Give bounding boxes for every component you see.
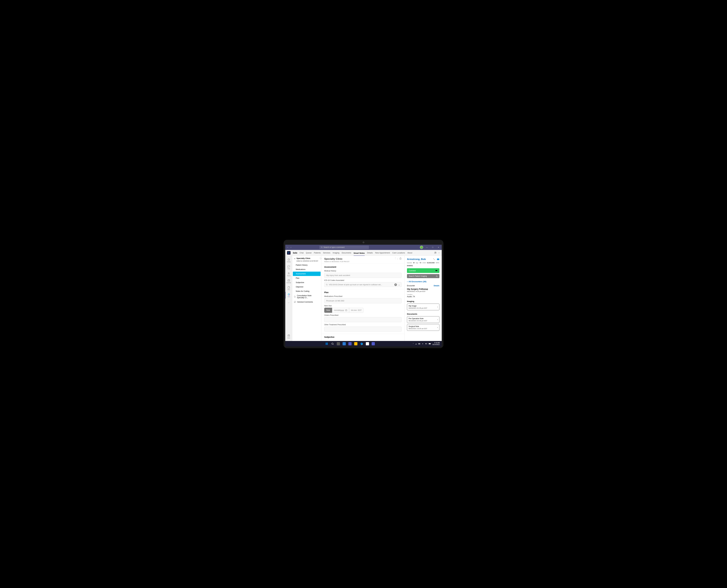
tab-smart-notes[interactable]: Smart Notes <box>354 251 365 256</box>
edge-icon[interactable] <box>360 342 363 345</box>
divider: | <box>398 257 398 260</box>
sidebar-item-patient-history[interactable]: Patient History <box>292 263 321 267</box>
phone-icon[interactable] <box>433 258 435 260</box>
taskbar-search-icon[interactable] <box>331 342 334 345</box>
location-value: Austin, TX <box>407 296 440 298</box>
nav-forward-icon[interactable]: › <box>290 246 292 249</box>
sidebar-item-subjective[interactable]: Subjective <box>292 280 321 285</box>
tab-details[interactable]: Details <box>367 251 373 254</box>
tab-queue[interactable]: Queue <box>306 251 312 254</box>
maximize-button[interactable]: ☐ <box>431 245 435 249</box>
visit-now-button[interactable]: Now <box>324 308 332 313</box>
meds-prescribed-input[interactable]: Piroxicam 10 MG BID <box>324 298 402 303</box>
tab-care-locations[interactable]: Care Locations <box>392 251 405 254</box>
email-icon[interactable] <box>437 258 440 260</box>
delete-icon[interactable] <box>400 257 402 260</box>
sidebar-item-objective[interactable]: Objective <box>292 285 321 289</box>
svg-rect-24 <box>325 343 326 344</box>
sidebar-header[interactable]: ⌄ Specialty Clinic <box>292 256 321 260</box>
next-visit-row: Now mm/dd/yyyy hh:mm EST <box>324 308 402 313</box>
system-clock[interactable]: 8:18 AM 03/14/2022 <box>432 342 440 345</box>
visit-time-input[interactable]: hh:mm EST <box>349 308 363 313</box>
file-explorer-icon[interactable] <box>354 342 357 345</box>
sidebar-item-medications[interactable]: Medications <box>292 267 321 272</box>
taskbar-app-1[interactable] <box>343 342 346 345</box>
patient-name: Armstrong, Bob <box>407 258 426 261</box>
windows-taskbar: ⌃ ☁ ⌨ 8:18 AM 03/14/2022 <box>285 341 442 346</box>
visit-date-input[interactable]: mm/dd/yyyy <box>332 308 349 313</box>
document-card-surgical[interactable]: Surgical Note 06/02/2021 10:25 am EST › <box>407 324 440 331</box>
user-avatar[interactable] <box>420 246 423 249</box>
search-icon <box>436 275 437 277</box>
tray-chevron-icon[interactable]: ⌃ <box>413 343 414 344</box>
encounter-title: Hip Surgery Followup <box>407 288 440 290</box>
rail-files[interactable]: Files <box>285 285 292 292</box>
sidebar-general-comments[interactable]: General Comments <box>292 300 321 304</box>
rail-teams[interactable]: Teams <box>285 271 292 277</box>
sidebar-item-assessment[interactable]: Assessment <box>293 272 321 276</box>
tab-patients[interactable]: Patients <box>314 251 321 254</box>
collapse-icon[interactable]: ⌃⌄ <box>395 257 396 260</box>
tab-imaging[interactable]: Imaging <box>333 251 339 254</box>
imaging-card[interactable]: Hip Image 04/03/2021 01:35 pm EST › <box>407 303 440 310</box>
popout-icon[interactable] <box>434 252 436 254</box>
sidebar-item-notes-coding[interactable]: Notes for Coding <box>292 289 321 293</box>
subjective-section: Subjective <box>321 334 405 341</box>
nav-back-icon[interactable]: ‹ <box>286 246 289 249</box>
close-button[interactable]: ✕ <box>436 245 441 249</box>
keyboard-icon[interactable]: ⌨ <box>418 343 420 344</box>
volume-icon[interactable] <box>425 343 427 345</box>
encounter-details-link[interactable]: Details <box>434 285 440 287</box>
form-header: Specialty Clinic Added on 06/20/2021 4:3… <box>321 256 405 264</box>
sidebar-consultation-note[interactable]: Consultation Note: Specialty Cl... <box>292 293 321 300</box>
collapse-sidebar-button[interactable]: ‹ <box>320 257 321 259</box>
icd-input[interactable]: V53.5XXS Driver of pick-up truck or van … <box>324 282 402 287</box>
clear-icd-icon[interactable]: ✕ <box>394 284 397 286</box>
more-icon[interactable]: ⋯ <box>438 252 440 254</box>
svg-rect-21 <box>435 270 437 271</box>
video-icon <box>435 269 437 272</box>
orders-input[interactable] <box>324 317 402 322</box>
command-search[interactable]: Search or type a command <box>319 246 369 249</box>
encounter-date: 06/20/2021 4:25 pm EST <box>407 291 440 292</box>
all-encounters-link[interactable]: ‹ All Encounters (30) <box>407 280 440 283</box>
start-button[interactable] <box>325 342 328 345</box>
minimize-button[interactable]: — <box>425 245 429 249</box>
svg-point-16 <box>326 284 327 285</box>
svg-rect-25 <box>327 343 328 344</box>
chevron-down-icon[interactable]: ⌄ <box>398 283 400 286</box>
app-logo <box>287 251 291 255</box>
teams-taskbar-icon[interactable] <box>372 342 375 345</box>
other-treatment-input[interactable] <box>324 327 402 332</box>
tab-new-appointment[interactable]: New Appointment <box>375 251 390 254</box>
search-icon <box>321 247 323 248</box>
svg-point-5 <box>288 273 289 273</box>
screen: ‹ › Search or type a command — ☐ ✕ Solo … <box>285 245 442 346</box>
tablet-camera <box>363 241 364 243</box>
rail-activity[interactable]: Activity <box>285 257 292 264</box>
tab-documents[interactable]: Documents <box>342 251 351 254</box>
rail-calendar[interactable]: Calendar <box>285 278 292 285</box>
onedrive-icon[interactable]: ☁ <box>415 343 417 344</box>
rail-more[interactable]: ... <box>285 299 292 306</box>
rail-solo[interactable]: Solo <box>285 292 292 298</box>
medical-history-input[interactable]: Hip injury from auto accident <box>324 273 402 278</box>
svg-line-1 <box>322 248 322 248</box>
teams-icon <box>287 272 290 275</box>
store-icon[interactable] <box>366 342 369 345</box>
document-card-preop[interactable]: Pre Operative Note 05/18/2021 02:30 pm E… <box>407 316 440 323</box>
rail-store[interactable]: Store <box>285 333 292 340</box>
search-imaging-input[interactable]: Search Patient Imaging <box>407 274 440 278</box>
form-title: Specialty Clinic <box>324 257 349 260</box>
wifi-icon[interactable] <box>422 343 424 345</box>
other-treatment-label: Other Treatment Prescribed <box>324 324 402 326</box>
taskbar-app-2[interactable] <box>348 342 351 345</box>
sidebar-item-plan[interactable]: Plan <box>292 276 321 280</box>
tab-about[interactable]: About <box>407 251 412 254</box>
rail-chat[interactable]: Chat <box>285 264 292 271</box>
tab-services[interactable]: Services <box>323 251 330 254</box>
connect-button[interactable]: Connect <box>407 268 440 273</box>
tab-chat[interactable]: Chat <box>300 251 303 254</box>
battery-icon[interactable] <box>429 343 431 344</box>
task-view-icon[interactable] <box>337 342 340 345</box>
